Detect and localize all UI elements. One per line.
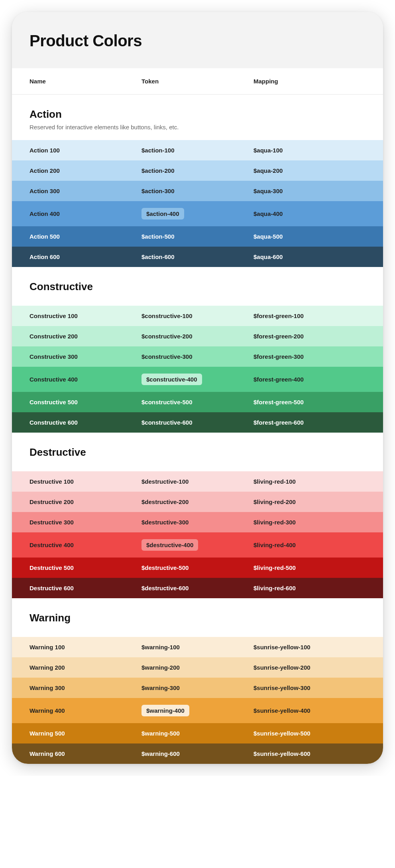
swatch-token: $destructive-300 xyxy=(141,519,254,526)
swatch-mapping: $forest-green-300 xyxy=(254,353,366,360)
color-group: ActionReserved for interactive elements … xyxy=(12,95,383,267)
swatch-name: Action 600 xyxy=(29,253,141,260)
swatch-token: $destructive-500 xyxy=(141,564,254,571)
swatch-mapping: $forest-green-600 xyxy=(254,419,366,426)
group-title: Warning xyxy=(29,612,366,624)
group-header: Warning xyxy=(12,598,383,637)
group-title: Constructive xyxy=(29,281,366,293)
color-group: DestructiveDestructive 100$destructive-1… xyxy=(12,433,383,598)
swatch-token: $constructive-500 xyxy=(141,399,254,405)
swatch-token: $constructive-400 xyxy=(141,374,254,385)
hero: Product Colors xyxy=(12,12,383,68)
color-swatch: Warning 600$warning-600$sunrise-yellow-6… xyxy=(12,743,383,764)
swatch-mapping: $aqua-300 xyxy=(254,188,366,194)
color-swatch: Constructive 400$constructive-400$forest… xyxy=(12,367,383,392)
color-swatch: Constructive 200$constructive-200$forest… xyxy=(12,326,383,346)
swatch-name: Destructive 400 xyxy=(29,542,141,548)
color-swatch: Destructive 100$destructive-100$living-r… xyxy=(12,471,383,492)
swatch-token: $constructive-300 xyxy=(141,353,254,360)
swatch-mapping: $aqua-500 xyxy=(254,233,366,240)
swatch-token-text: $constructive-100 xyxy=(141,312,193,319)
swatch-token-text: $constructive-600 xyxy=(141,419,193,426)
swatch-token: $action-300 xyxy=(141,188,254,194)
swatch-token: $action-100 xyxy=(141,147,254,154)
swatch-name: Destructive 300 xyxy=(29,519,141,526)
swatch-name: Destructive 600 xyxy=(29,585,141,591)
swatch-name: Warning 100 xyxy=(29,644,141,651)
swatch-token-text: $warning-500 xyxy=(141,730,180,737)
swatch-mapping: $forest-green-400 xyxy=(254,376,366,383)
page-title: Product Colors xyxy=(29,32,366,50)
swatch-token-text: $constructive-400 xyxy=(141,374,202,385)
color-swatch: Action 600$action-600$aqua-600 xyxy=(12,247,383,267)
swatch-token-text: $warning-100 xyxy=(141,644,180,651)
col-mapping: Mapping xyxy=(254,78,366,85)
swatch-name: Constructive 500 xyxy=(29,399,141,405)
swatch-token-text: $action-200 xyxy=(141,167,175,174)
color-swatch: Destructive 600$destructive-600$living-r… xyxy=(12,578,383,598)
swatch-name: Warning 500 xyxy=(29,730,141,737)
swatch-mapping: $living-red-600 xyxy=(254,585,366,591)
swatch-token-text: $destructive-500 xyxy=(141,564,189,571)
swatch-token: $constructive-200 xyxy=(141,333,254,340)
swatch-token-text: $warning-400 xyxy=(141,705,189,716)
swatch-token-text: $constructive-300 xyxy=(141,353,193,360)
swatch-token: $warning-400 xyxy=(141,705,254,716)
group-header: ActionReserved for interactive elements … xyxy=(12,95,383,140)
color-swatch: Action 100$action-100$aqua-100 xyxy=(12,140,383,160)
swatch-token: $constructive-600 xyxy=(141,419,254,426)
color-swatch: Warning 500$warning-500$sunrise-yellow-5… xyxy=(12,723,383,743)
swatch-token: $warning-200 xyxy=(141,664,254,671)
swatch-token: $destructive-200 xyxy=(141,498,254,505)
color-group: ConstructiveConstructive 100$constructiv… xyxy=(12,267,383,433)
swatch-mapping: $living-red-100 xyxy=(254,478,366,485)
swatch-mapping: $living-red-200 xyxy=(254,498,366,505)
swatch-token-text: $destructive-400 xyxy=(141,539,198,551)
swatch-token: $constructive-100 xyxy=(141,312,254,319)
color-swatch: Warning 200$warning-200$sunrise-yellow-2… xyxy=(12,657,383,678)
swatch-token-text: $destructive-600 xyxy=(141,585,189,591)
swatch-token: $action-500 xyxy=(141,233,254,240)
color-swatch: Destructive 500$destructive-500$living-r… xyxy=(12,558,383,578)
swatch-mapping: $forest-green-500 xyxy=(254,399,366,405)
product-colors-card: Product Colors Name Token Mapping Action… xyxy=(12,12,383,764)
swatch-token-text: $action-100 xyxy=(141,147,175,154)
swatch-name: Action 500 xyxy=(29,233,141,240)
swatch-token: $warning-500 xyxy=(141,730,254,737)
swatch-name: Action 300 xyxy=(29,188,141,194)
swatch-token-text: $destructive-300 xyxy=(141,519,189,526)
color-swatch: Constructive 600$constructive-600$forest… xyxy=(12,412,383,433)
group-title: Destructive xyxy=(29,446,366,459)
swatch-token: $warning-600 xyxy=(141,750,254,757)
color-swatch: Destructive 200$destructive-200$living-r… xyxy=(12,492,383,512)
swatch-mapping: $living-red-500 xyxy=(254,564,366,571)
swatch-token-text: $destructive-200 xyxy=(141,498,189,505)
color-swatch: Action 300$action-300$aqua-300 xyxy=(12,181,383,201)
swatch-mapping: $sunrise-yellow-500 xyxy=(254,730,366,737)
swatch-name: Warning 200 xyxy=(29,664,141,671)
color-swatch: Destructive 400$destructive-400$living-r… xyxy=(12,532,383,558)
color-swatch: Constructive 300$constructive-300$forest… xyxy=(12,346,383,367)
swatch-token-text: $action-300 xyxy=(141,188,175,194)
swatch-mapping: $living-red-300 xyxy=(254,519,366,526)
color-swatch: Warning 100$warning-100$sunrise-yellow-1… xyxy=(12,637,383,657)
swatch-mapping: $sunrise-yellow-300 xyxy=(254,684,366,691)
color-swatch: Action 200$action-200$aqua-200 xyxy=(12,160,383,181)
swatch-token: $action-400 xyxy=(141,208,254,219)
swatch-name: Action 100 xyxy=(29,147,141,154)
color-swatch: Warning 400$warning-400$sunrise-yellow-4… xyxy=(12,698,383,723)
col-token: Token xyxy=(141,78,254,85)
swatch-mapping: $aqua-400 xyxy=(254,210,366,217)
swatch-mapping: $sunrise-yellow-100 xyxy=(254,644,366,651)
swatch-token-text: $constructive-200 xyxy=(141,333,193,340)
swatch-token-text: $destructive-100 xyxy=(141,478,189,485)
color-swatch: Action 400$action-400$aqua-400 xyxy=(12,201,383,226)
color-swatch: Destructive 300$destructive-300$living-r… xyxy=(12,512,383,532)
swatch-token-text: $action-400 xyxy=(141,208,184,219)
swatch-name: Constructive 600 xyxy=(29,419,141,426)
swatch-mapping: $forest-green-100 xyxy=(254,312,366,319)
swatch-name: Destructive 100 xyxy=(29,478,141,485)
swatch-mapping: $aqua-600 xyxy=(254,253,366,260)
swatch-token: $warning-300 xyxy=(141,684,254,691)
swatch-token-text: $warning-300 xyxy=(141,684,180,691)
